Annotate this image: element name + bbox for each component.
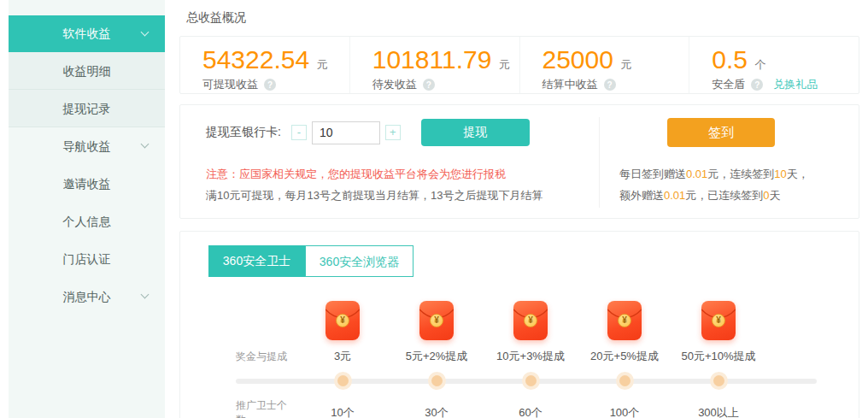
bonus-row-label: 奖金与提成 [236,350,296,364]
chevron-down-icon [141,291,150,299]
count-row-label: 推广卫士个数 [236,398,296,418]
bonus-tier: 3元 [296,349,390,364]
sidebar-item-label: 邀请收益 [63,177,111,191]
yen-coin-icon: ¥ [618,314,631,327]
redeem-gift-link[interactable]: 兑换礼品 [773,77,818,92]
page-title: 总收益概况 [186,10,859,26]
bonus-row: 奖金与提成 3元 5元+2%提成 10元+3%提成 20元+5%提成 50元+1… [236,349,825,364]
help-icon[interactable]: ? [423,79,435,91]
sidebar-item-store-certification[interactable]: 门店认证 [9,240,165,278]
count-tier: 10个 [296,405,390,418]
earnings-overview-card: 54322.54 元 可提现收益 ? 101811.79 元 待发收益 ? 25… [179,36,859,94]
stat-settling: 25000 元 结算中收益 ? [520,37,690,93]
red-envelope-icon: ¥ [701,301,736,340]
red-envelope-icon: ¥ [326,301,360,340]
yen-coin-icon: ¥ [524,314,537,327]
withdraw-card: 提现至银行卡: - + 提现 注意：应国家相关规定，您的提现收益平台将会为您进行… [179,104,859,219]
slider-milestone-dot[interactable] [619,375,630,386]
slider-milestone-dot[interactable] [713,375,724,386]
sidebar-item-invite-earnings[interactable]: 邀请收益 [9,165,165,203]
bonus-tier: 5元+2%提成 [390,349,484,364]
stat-unit: 元 [621,58,632,71]
sidebar-item-label: 导航收益 [63,139,111,153]
stat-unit: 元 [499,58,510,71]
chevron-down-icon [141,140,150,149]
count-tier: 300以上 [672,405,765,418]
bonus-tier: 50元+10%提成 [672,349,765,364]
bonus-ladder: ¥ ¥ ¥ [236,301,825,418]
sidebar-item-label: 收益明细 [63,64,111,78]
main-content: 总收益概况 54322.54 元 可提现收益 ? 101811.79 元 待发收… [179,0,859,418]
chevron-down-icon [141,27,150,36]
sign-in-line1: 每日签到赠送0.01元，连续签到10天， [619,163,850,185]
withdraw-button[interactable]: 提现 [421,119,530,146]
stat-security-shield: 0.5 个 安全盾 ? 兑换礼品 [689,37,859,93]
sign-in-description: 每日签到赠送0.01元，连续签到10天， 额外赠送0.01元，已连续签到0天 [619,163,850,206]
withdraw-to-bank-label: 提现至银行卡: [206,125,281,140]
sidebar-item-label: 个人信息 [63,215,111,228]
count-tier: 60个 [484,405,578,418]
stat-withdrawable: 54322.54 元 可提现收益 ? [180,37,350,93]
stat-value: 25000 [542,45,613,74]
help-icon[interactable]: ? [264,79,276,91]
sidebar-item-label: 门店认证 [63,252,111,266]
count-tier: 30个 [390,405,484,418]
slider-milestone-dot[interactable] [337,375,349,386]
count-row: 推广卫士个数 10个 30个 60个 100个 300以上 [236,398,825,418]
sidebar-item-message-center[interactable]: 消息中心 [9,278,165,315]
withdraw-rules-note: 满10元可提现，每月13号之前提现当月结算，13号之后提现下月结算 [206,188,542,203]
sidebar: 软件收益 收益明细 提现记录 导航收益 邀请收益 个人信息 门店认证 消息中心 [9,0,165,418]
sidebar-item-label: 提现记录 [63,102,111,115]
sidebar-item-software-earnings[interactable]: 软件收益 [9,15,165,52]
sign-in-button[interactable]: 签到 [667,118,775,147]
sidebar-item-label: 软件收益 [63,26,111,40]
slider-milestone-dot[interactable] [525,375,537,386]
amount-decrease-button[interactable]: - [291,125,307,140]
stat-label: 可提现收益 [202,77,258,92]
count-tier: 100个 [578,405,672,418]
stat-unit: 元 [317,58,328,71]
yen-coin-icon: ¥ [430,314,443,327]
promotion-card: 360安全卫士 360安全浏览器 ¥ ¥ [179,231,859,418]
tab-360-browser[interactable]: 360安全浏览器 [305,245,413,277]
red-envelope-icon: ¥ [607,301,642,340]
yen-coin-icon: ¥ [336,314,349,327]
stat-value: 101811.79 [372,45,492,74]
help-icon[interactable]: ? [604,79,616,91]
sidebar-item-withdraw-records[interactable]: 提现记录 [9,90,165,127]
bonus-tier: 20元+5%提成 [578,349,672,364]
help-icon[interactable]: ? [751,79,763,91]
sidebar-top-spacer [9,0,165,15]
vertical-divider [599,117,600,208]
slider-milestone-dot[interactable] [431,375,443,386]
stat-unit: 个 [755,58,766,71]
sidebar-item-personal-info[interactable]: 个人信息 [9,203,165,240]
amount-increase-button[interactable]: + [385,125,401,140]
tax-warning-note: 注意：应国家相关规定，您的提现收益平台将会为您进行报税 [206,167,506,182]
withdraw-amount-input[interactable] [312,121,380,144]
stat-label: 结算中收益 [542,77,598,92]
product-tabs: 360安全卫士 360安全浏览器 [208,245,859,277]
envelope-row: ¥ ¥ ¥ [236,301,825,340]
red-envelope-icon: ¥ [419,301,454,340]
sidebar-item-label: 消息中心 [63,290,111,303]
tab-360-safeguard[interactable]: 360安全卫士 [208,245,305,277]
yen-coin-icon: ¥ [712,314,725,327]
stat-value: 0.5 [712,45,748,74]
bonus-tier: 10元+3%提成 [484,349,578,364]
progress-slider [236,371,825,391]
sign-in-line2: 额外赠送0.01元，已连续签到0天 [619,185,850,206]
stat-pending: 101811.79 元 待发收益 ? [350,37,520,93]
red-envelope-icon: ¥ [513,301,548,340]
sidebar-item-nav-earnings[interactable]: 导航收益 [9,127,165,165]
sidebar-item-earnings-detail[interactable]: 收益明细 [9,52,165,90]
stat-label: 安全盾 [712,77,745,92]
stat-value: 54322.54 [202,45,309,74]
stat-label: 待发收益 [372,77,417,92]
